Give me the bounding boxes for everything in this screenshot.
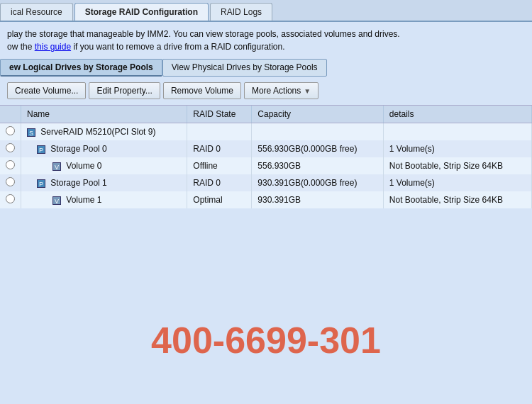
sub-tab-physical-drives[interactable]: View Physical Drives by Storage Pools — [162, 59, 327, 77]
volume-icon: V — [52, 196, 61, 205]
tab-bar: ical Resource Storage RAID Configuration… — [0, 0, 532, 22]
create-volume-button[interactable]: Create Volume... — [7, 82, 86, 99]
col-name-header: Name — [21, 106, 187, 123]
table-row[interactable]: S ServeRAID M5210(PCI Slot 9) — [0, 123, 532, 141]
col-details-header: details — [383, 106, 531, 123]
volume-icon: V — [52, 162, 61, 171]
col-raid-state-header: RAID State — [187, 106, 252, 123]
row-radio[interactable] — [0, 191, 21, 208]
description-line2: ow the this guide if you want to remove … — [7, 40, 525, 53]
edit-property-button[interactable]: Edit Property... — [89, 82, 160, 99]
drives-table-wrap: Name RAID State Capacity details — [0, 105, 532, 208]
row-raid-state: Optimal — [187, 191, 252, 208]
row-radio[interactable] — [0, 140, 21, 157]
row-details — [383, 123, 531, 141]
description-panel: play the storage that manageable by IMM2… — [0, 22, 532, 56]
row-name: S ServeRAID M5210(PCI Slot 9) — [21, 123, 187, 141]
row-radio[interactable] — [0, 174, 21, 191]
row-capacity — [252, 123, 384, 141]
row-raid-state: Offline — [187, 157, 252, 174]
pool-icon: P — [37, 145, 45, 154]
toolbar: Create Volume... Edit Property... Remove… — [0, 77, 532, 105]
row-name: V Volume 0 — [21, 157, 187, 174]
pool-icon: P — [37, 179, 45, 188]
row-capacity: 930.391GB(0.000GB free) — [252, 174, 384, 191]
more-actions-button[interactable]: More Actions ▼ — [244, 82, 318, 99]
sub-tab-logical-drives[interactable]: ew Logical Drives by Storage Pools — [0, 59, 162, 77]
row-radio[interactable] — [0, 157, 21, 174]
row-capacity: 556.930GB(0.000GB free) — [252, 140, 384, 157]
table-header-row: Name RAID State Capacity details — [0, 106, 532, 123]
tab-physical-resource[interactable]: ical Resource — [0, 3, 73, 21]
description-line1: play the storage that manageable by IMM2… — [7, 28, 525, 40]
row-raid-state: RAID 0 — [187, 174, 252, 191]
watermark: 400-6699-301 — [151, 319, 381, 361]
table-row[interactable]: V Volume 0 Offline 556.930GB Not Bootabl… — [0, 157, 532, 174]
row-details: 1 Volume(s) — [383, 140, 531, 157]
row-name: P Storage Pool 1 — [21, 174, 187, 191]
row-capacity: 930.391GB — [252, 191, 384, 208]
controller-icon: S — [27, 128, 35, 137]
row-details: Not Bootable, Strip Size 64KB — [383, 157, 531, 174]
table-row[interactable]: P Storage Pool 1 RAID 0 930.391GB(0.000G… — [0, 174, 532, 191]
col-capacity-header: Capacity — [252, 106, 384, 123]
table-row[interactable]: P Storage Pool 0 RAID 0 556.930GB(0.000G… — [0, 140, 532, 157]
row-details: Not Bootable, Strip Size 64KB — [383, 191, 531, 208]
row-radio[interactable] — [0, 123, 21, 141]
table-row[interactable]: V Volume 1 Optimal 930.391GB Not Bootabl… — [0, 191, 532, 208]
remove-volume-button[interactable]: Remove Volume — [163, 82, 241, 99]
row-name: V Volume 1 — [21, 191, 187, 208]
this-guide-link[interactable]: this guide — [35, 42, 71, 52]
col-select — [0, 106, 21, 123]
more-actions-dropdown-icon: ▼ — [304, 87, 311, 95]
drives-table: Name RAID State Capacity details — [0, 106, 532, 208]
row-capacity: 556.930GB — [252, 157, 384, 174]
tab-storage-raid[interactable]: Storage RAID Configuration — [74, 3, 209, 21]
row-raid-state: RAID 0 — [187, 140, 252, 157]
row-details: 1 Volume(s) — [383, 174, 531, 191]
row-name: P Storage Pool 0 — [21, 140, 187, 157]
row-raid-state — [187, 123, 252, 141]
tab-raid-logs[interactable]: RAID Logs — [210, 3, 272, 21]
sub-tab-bar: ew Logical Drives by Storage Pools View … — [0, 56, 532, 77]
